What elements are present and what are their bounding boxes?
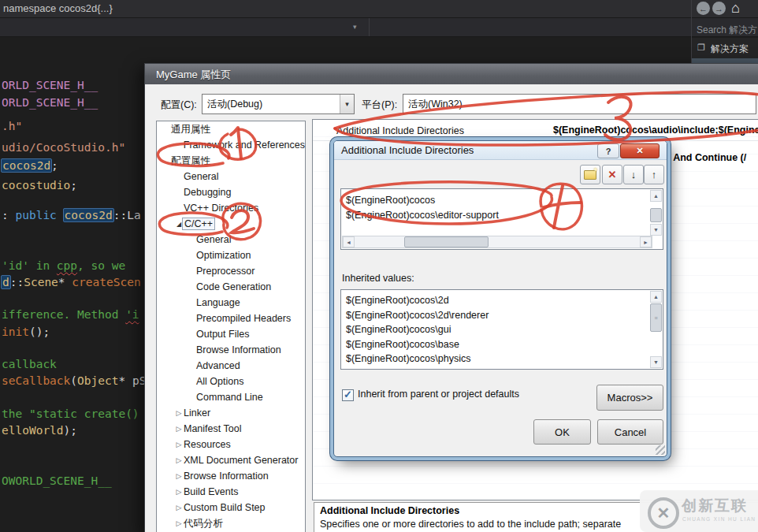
tree-item[interactable]: ▷Manifest Tool — [157, 421, 305, 437]
scrollbar-thumb[interactable]: ≡ — [650, 303, 662, 332]
move-down-button[interactable]: ↓ — [623, 165, 644, 184]
list-item[interactable]: $(EngineRoot)cocos\gui — [341, 322, 663, 337]
dialog-titlebar[interactable]: MyGame 属性页 — [145, 64, 758, 84]
tree-item-label: Advanced — [196, 360, 240, 371]
dialog-titlebar[interactable]: Additional Include Directories ? ✕ — [334, 141, 667, 160]
tree-toggle-icon[interactable]: ▷ — [174, 409, 184, 417]
scroll-up-icon[interactable]: ▲ — [650, 190, 662, 202]
grid-partial-value: t And Continue (/ — [667, 152, 746, 163]
tree-item[interactable]: ▷Browse Information — [157, 468, 305, 484]
tree-item-label: General — [196, 234, 231, 245]
resize-grip[interactable] — [656, 445, 665, 455]
tree-item[interactable]: ▷Resources — [157, 437, 305, 452]
tree-item[interactable]: All Options — [157, 374, 305, 389]
breadcrumb[interactable]: namespace cocos2d{...} — [3, 2, 113, 14]
tree-item[interactable]: Language — [157, 295, 305, 311]
tree-item[interactable]: Code Generation — [157, 279, 305, 295]
forward-icon[interactable]: → — [712, 2, 726, 15]
scroll-down-icon[interactable]: ▼ — [650, 356, 662, 368]
tree-item-label: Preprocessor — [196, 266, 255, 277]
delete-button[interactable]: ✕ — [602, 165, 622, 184]
tree-item[interactable]: 配置属性 — [157, 153, 305, 169]
chevron-down-icon[interactable]: ▾ — [340, 95, 354, 113]
scrollbar-thumb[interactable] — [404, 236, 489, 247]
tree-item[interactable]: ◢C/C++ — [157, 216, 305, 232]
tree-item-label: Debugging — [184, 187, 231, 198]
tree-item[interactable]: Advanced — [157, 358, 305, 374]
new-line-button[interactable]: ✦ — [580, 165, 600, 184]
inherit-checkbox[interactable]: ✓ — [342, 389, 354, 401]
home-icon[interactable]: ⌂ — [731, 0, 740, 17]
grid-row-value[interactable]: $(EngineRoot)cocos\audio\include;$(Engin… — [553, 125, 758, 136]
tree-toggle-icon[interactable]: ▷ — [174, 425, 184, 433]
list-item[interactable]: $(EngineRoot)cocos\base — [341, 337, 663, 352]
tree-item[interactable]: Debugging — [157, 184, 305, 200]
tree-item-label: 通用属性 — [171, 123, 210, 136]
solution-explorer-row[interactable]: ❐ 解决方案 — [692, 38, 758, 58]
code-editor[interactable]: ORLD_SCENE_H__ORLD_SCENE_H__.h"udio/Coco… — [0, 37, 144, 532]
tree-item[interactable]: Optimization — [157, 247, 305, 263]
configuration-combobox[interactable]: 活动(Debug) ▾ — [202, 94, 355, 114]
tree-item[interactable]: ▷代码分析 — [157, 515, 305, 531]
list-item[interactable]: $(EngineRoot)cocos\editor-support — [341, 208, 663, 223]
chevron-down-icon[interactable]: ▾ — [353, 23, 357, 31]
scroll-right-icon[interactable]: ► — [640, 236, 652, 247]
tree-item[interactable]: ▷XML Document Generator — [157, 452, 305, 468]
tree-item[interactable]: Command Line — [157, 389, 305, 405]
tree-item-label: Optimization — [196, 250, 251, 261]
tree-toggle-icon[interactable]: ▷ — [174, 472, 184, 480]
tree-item[interactable]: Framework and References — [157, 137, 305, 153]
tree-item[interactable]: General — [157, 169, 305, 184]
inherited-values-listbox[interactable]: $(EngineRoot)cocos\2d$(EngineRoot)cocos\… — [340, 289, 663, 370]
move-up-button[interactable]: ↑ — [644, 165, 664, 184]
tree-item[interactable]: General — [157, 232, 305, 247]
scroll-down-icon[interactable]: ▼ — [650, 224, 662, 236]
tree-toggle-icon[interactable]: ▷ — [174, 519, 184, 527]
property-tree[interactable]: 通用属性Framework and References配置属性GeneralD… — [156, 121, 306, 532]
ok-button[interactable]: OK — [533, 419, 591, 445]
back-icon[interactable]: ← — [697, 2, 710, 15]
tree-toggle-icon[interactable]: ▷ — [174, 488, 184, 496]
tree-item[interactable]: VC++ Directories — [157, 200, 305, 216]
tree-toggle-icon[interactable]: ▷ — [174, 441, 184, 448]
include-directories-editbox[interactable]: $(EngineRoot)cocos$(EngineRoot)cocos\edi… — [340, 188, 663, 250]
tree-item-label: C/C++ — [182, 218, 215, 230]
tree-item-label: Browse Information — [184, 471, 269, 482]
grid-row-label[interactable]: Additional Include Directories — [336, 125, 464, 136]
scrollbar-thumb[interactable] — [650, 208, 662, 222]
close-button[interactable]: ✕ — [620, 143, 660, 158]
tree-item-label: 代码分析 — [184, 517, 223, 530]
macros-button[interactable]: Macros>> — [596, 385, 663, 411]
help-button[interactable]: ? — [597, 143, 619, 158]
code-line: ORLD_SCENE_H__ — [2, 95, 98, 110]
tree-item[interactable]: Precompiled Headers — [157, 311, 305, 326]
tree-item[interactable]: Browse Information — [157, 342, 305, 358]
arrow-down-icon: ↓ — [631, 169, 637, 180]
horizontal-scrollbar[interactable]: ◄ ► — [342, 236, 652, 248]
cancel-button[interactable]: Cancel — [597, 419, 663, 445]
tree-item-label: 配置属性 — [171, 154, 210, 168]
code-line: cocostudio; — [2, 178, 77, 193]
tree-item[interactable]: Output Files — [157, 326, 305, 342]
platform-combobox[interactable]: 活动(Win32) — [403, 94, 756, 114]
tree-toggle-icon[interactable]: ▷ — [174, 456, 184, 464]
tree-item[interactable]: Preprocessor — [157, 263, 305, 279]
tree-item[interactable]: ▷Build Events — [157, 484, 305, 500]
tree-item-label: Output Files — [196, 329, 249, 340]
list-item[interactable]: $(EngineRoot)cocos\2d\renderer — [341, 308, 663, 323]
list-item[interactable]: $(EngineRoot)cocos — [341, 193, 663, 208]
configuration-value: 活动(Debug) — [203, 98, 340, 111]
tree-item[interactable]: 通用属性 — [157, 121, 305, 137]
scroll-left-icon[interactable]: ◄ — [343, 236, 355, 247]
list-item[interactable]: $(EngineRoot)cocos\2d — [341, 293, 663, 308]
tree-item-label: All Options — [196, 376, 243, 387]
scroll-up-icon[interactable]: ▲ — [650, 291, 662, 303]
solution-icon: ❐ — [697, 43, 705, 53]
inherit-checkbox-label: Inherit from parent or project defaults — [358, 389, 519, 400]
tree-toggle-icon[interactable]: ▷ — [174, 504, 184, 512]
search-input[interactable]: Search 解决方 — [697, 24, 757, 37]
tree-item[interactable]: ▷Custom Build Step — [157, 500, 305, 515]
list-item[interactable]: $(EngineRoot)cocos\physics — [341, 352, 663, 366]
code-line: elloWorld); — [2, 423, 77, 438]
tree-item[interactable]: ▷Linker — [157, 405, 305, 421]
